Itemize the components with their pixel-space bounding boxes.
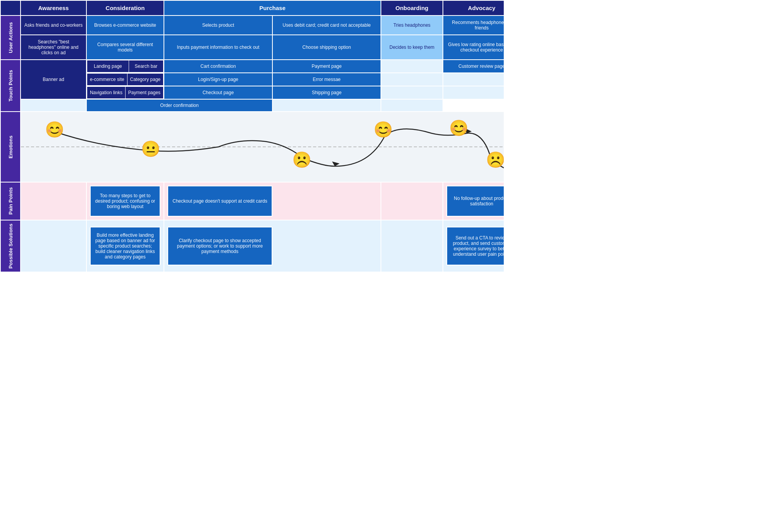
tp-onboarding-empty	[381, 60, 443, 73]
ps-advocacy-cell: Send out a CTA to review product, and se…	[443, 220, 504, 272]
emotion-advocacy-happy: 😊	[449, 119, 468, 137]
tp-consideration-empty4	[21, 99, 86, 112]
possible-solutions-row: Possible Solutions Build more effective …	[0, 220, 504, 272]
tp-purchase-right-1: Payment page	[272, 60, 381, 73]
tp-onboarding-empty4	[272, 99, 381, 112]
ps-purchase-cell: Clarify checkout page to show accepted p…	[164, 220, 381, 272]
pp-advocacy-cell: No follow-up about product satisfaction	[443, 182, 504, 220]
pp-purchase: Checkout page doesn't support at credit …	[167, 186, 272, 217]
tp-advocacy-empty3	[443, 86, 504, 99]
tp-advocacy: Customer review page	[443, 60, 504, 73]
tp-consideration-2a: e-commerce site	[87, 74, 127, 86]
tp-purchase-left-2: Login/Sign-up page	[164, 73, 272, 86]
pp-onboarding-empty	[381, 182, 443, 220]
ps-onboarding-empty	[381, 220, 443, 272]
tp-consideration-3a: Navigation links	[87, 87, 126, 99]
tp-consideration-1b: Search bar	[129, 60, 163, 72]
pain-points-label: Pain Points	[0, 182, 21, 220]
advocacy-action-2: Gives low rating online based on checkou…	[443, 35, 504, 60]
emotion-awareness: 😊	[45, 121, 64, 139]
tp-purchase-right-2: Error messae	[272, 73, 381, 86]
emotions-chart: 😊 😐 ☹️ 😊 😊 ☹️	[21, 112, 504, 182]
ps-consideration: Build more effective landing page based …	[90, 227, 160, 265]
onboarding-header: Onboarding	[381, 0, 443, 15]
pp-awareness-empty	[21, 182, 86, 220]
touch-points-row4: Order confirmation	[0, 99, 504, 112]
emotions-svg	[21, 112, 504, 182]
emotion-advocacy-sad: ☹️	[486, 151, 504, 169]
header-row: Awareness Consideration Purchase Onboard…	[0, 0, 504, 15]
user-actions-label: User Actions	[0, 15, 21, 60]
purchase-right-action-2: Choose shipping option	[272, 35, 381, 60]
emotions-row: Emotions	[0, 112, 504, 182]
emotion-onboarding: 😊	[374, 121, 393, 139]
user-actions-row1: User Actions Asks friends and co-workers…	[0, 15, 504, 35]
possible-solutions-label: Possible Solutions	[0, 220, 21, 272]
onboarding-action-2: Decides to keep them	[381, 35, 443, 60]
purchase-header: Purchase	[164, 0, 381, 15]
pp-purchase-cell: Checkout page doesn't support at credit …	[164, 182, 381, 220]
touch-points-label: Touch Points	[0, 60, 21, 112]
emotion-purchase: ☹️	[292, 151, 312, 169]
emotion-consideration: 😐	[141, 140, 160, 158]
tp-consideration-2b: Category page	[127, 74, 163, 86]
empty-header	[0, 0, 21, 15]
emotions-label: Emotions	[0, 112, 21, 182]
awareness-action-2: Searches "best headphones" online and cl…	[21, 35, 86, 60]
tp-purchase-left-1: Cart confirmation	[164, 60, 272, 73]
pp-consideration: Too many steps to get to desired product…	[90, 186, 160, 217]
consideration-action-2: Compares several different models	[86, 35, 164, 60]
pain-points-row: Pain Points Too many steps to get to des…	[0, 182, 504, 220]
consideration-header: Consideration	[86, 0, 164, 15]
awareness-action-1: Asks friends and co-workers	[21, 15, 86, 35]
tp-consideration-1a: Landing page	[87, 60, 129, 72]
purchase-left-action-1: Selects product	[164, 15, 272, 35]
purchase-left-action-2: Inputs payment information to check out	[164, 35, 272, 60]
onboarding-action-1: Tries headphones	[381, 15, 443, 35]
tp-purchase-left-3: Checkout page	[164, 86, 272, 99]
tp-purchase-right-3: Shipping page	[272, 86, 381, 99]
ps-awareness-empty	[21, 220, 86, 272]
touch-points-row1: Touch Points Banner ad Landing page Sear…	[0, 60, 504, 73]
awareness-header: Awareness	[21, 0, 86, 15]
ps-advocacy: Send out a CTA to review product, and se…	[446, 227, 504, 265]
pp-consideration-cell: Too many steps to get to desired product…	[86, 182, 164, 220]
ps-consideration-cell: Build more effective landing page based …	[86, 220, 164, 272]
tp-onboarding-empty3	[381, 86, 443, 99]
advocacy-header: Advocacy	[443, 0, 504, 15]
user-actions-row2: Searches "best headphones" online and cl…	[0, 35, 504, 60]
tp-advocacy-empty4	[381, 99, 443, 112]
tp-consideration-3b: Payment pages	[125, 87, 163, 99]
pp-advocacy: No follow-up about product satisfaction	[446, 186, 504, 217]
consideration-action-1: Browses e-commerce website	[86, 15, 164, 35]
tp-awareness: Banner ad	[21, 60, 86, 99]
tp-onboarding-empty2	[381, 73, 443, 86]
purchase-right-action-1: Uses debit card; credit card not accepta…	[272, 15, 381, 35]
ps-purchase: Clarify checkout page to show accepted p…	[167, 227, 272, 265]
tp-advocacy-empty2	[443, 73, 504, 86]
emotions-chart-cell: 😊 😐 ☹️ 😊 😊 ☹️	[21, 112, 504, 182]
tp-order-confirmation: Order confirmation	[86, 99, 272, 112]
advocacy-action-1: Recomments headphones to friends	[443, 15, 504, 35]
journey-map-table: Awareness Consideration Purchase Onboard…	[0, 0, 504, 272]
